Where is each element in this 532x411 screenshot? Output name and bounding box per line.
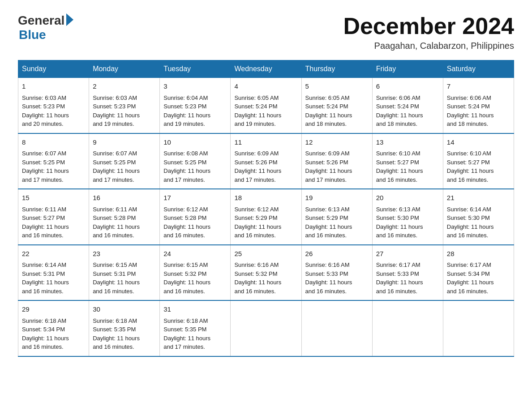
calendar-cell xyxy=(372,300,443,356)
day-info: Sunrise: 6:16 AMSunset: 5:32 PMDaylight:… xyxy=(234,261,281,295)
calendar-header-tuesday: Tuesday xyxy=(160,60,231,78)
day-number: 3 xyxy=(163,81,227,92)
day-number: 28 xyxy=(447,249,510,259)
calendar-cell: 16 Sunrise: 6:11 AMSunset: 5:28 PMDaylig… xyxy=(89,189,160,245)
calendar-cell: 4 Sunrise: 6:05 AMSunset: 5:24 PMDayligh… xyxy=(231,78,301,133)
day-info: Sunrise: 6:03 AMSunset: 5:23 PMDaylight:… xyxy=(22,94,69,128)
day-info: Sunrise: 6:04 AMSunset: 5:23 PMDaylight:… xyxy=(163,94,210,128)
calendar-cell: 27 Sunrise: 6:17 AMSunset: 5:33 PMDaylig… xyxy=(372,245,443,301)
day-number: 29 xyxy=(22,304,85,315)
day-number: 24 xyxy=(163,249,227,259)
calendar-header-wednesday: Wednesday xyxy=(231,60,301,78)
calendar-cell: 10 Sunrise: 6:08 AMSunset: 5:25 PMDaylig… xyxy=(160,133,231,189)
day-number: 1 xyxy=(22,81,85,92)
day-number: 14 xyxy=(447,137,510,148)
calendar-cell xyxy=(301,300,372,356)
page-header: General Blue December 2024 Paagahan, Cal… xyxy=(18,13,514,51)
day-number: 26 xyxy=(305,249,369,259)
day-info: Sunrise: 6:11 AMSunset: 5:27 PMDaylight:… xyxy=(22,206,69,239)
calendar-week-row: 1 Sunrise: 6:03 AMSunset: 5:23 PMDayligh… xyxy=(18,78,514,133)
day-number: 30 xyxy=(93,304,156,315)
day-number: 12 xyxy=(305,137,369,148)
calendar-cell: 1 Sunrise: 6:03 AMSunset: 5:23 PMDayligh… xyxy=(18,78,89,133)
day-number: 8 xyxy=(22,137,85,148)
calendar-cell: 2 Sunrise: 6:03 AMSunset: 5:23 PMDayligh… xyxy=(89,78,160,133)
location-subtitle: Paagahan, Calabarzon, Philippines xyxy=(343,41,514,51)
calendar-cell: 28 Sunrise: 6:17 AMSunset: 5:34 PMDaylig… xyxy=(443,245,514,301)
day-info: Sunrise: 6:09 AMSunset: 5:26 PMDaylight:… xyxy=(234,150,281,183)
calendar-cell: 30 Sunrise: 6:18 AMSunset: 5:35 PMDaylig… xyxy=(89,300,160,356)
day-number: 21 xyxy=(447,193,510,203)
calendar-week-row: 8 Sunrise: 6:07 AMSunset: 5:25 PMDayligh… xyxy=(18,133,514,189)
calendar-cell: 31 Sunrise: 6:18 AMSunset: 5:35 PMDaylig… xyxy=(160,300,231,356)
calendar-cell: 14 Sunrise: 6:10 AMSunset: 5:27 PMDaylig… xyxy=(443,133,514,189)
day-info: Sunrise: 6:16 AMSunset: 5:33 PMDaylight:… xyxy=(305,261,352,295)
day-number: 18 xyxy=(234,193,297,203)
calendar-cell: 24 Sunrise: 6:15 AMSunset: 5:32 PMDaylig… xyxy=(160,245,231,301)
calendar-cell: 13 Sunrise: 6:10 AMSunset: 5:27 PMDaylig… xyxy=(372,133,443,189)
day-info: Sunrise: 6:10 AMSunset: 5:27 PMDaylight:… xyxy=(376,150,423,183)
day-number: 2 xyxy=(93,81,156,92)
day-info: Sunrise: 6:06 AMSunset: 5:24 PMDaylight:… xyxy=(376,94,423,128)
day-number: 17 xyxy=(163,193,227,203)
calendar-header-row: SundayMondayTuesdayWednesdayThursdayFrid… xyxy=(18,60,514,78)
calendar-cell: 8 Sunrise: 6:07 AMSunset: 5:25 PMDayligh… xyxy=(18,133,89,189)
day-number: 13 xyxy=(376,137,439,148)
calendar-cell: 19 Sunrise: 6:13 AMSunset: 5:29 PMDaylig… xyxy=(301,189,372,245)
day-info: Sunrise: 6:18 AMSunset: 5:34 PMDaylight:… xyxy=(22,317,69,351)
day-number: 15 xyxy=(22,193,85,203)
day-number: 9 xyxy=(93,137,156,148)
day-info: Sunrise: 6:12 AMSunset: 5:28 PMDaylight:… xyxy=(163,206,210,239)
logo-general-text: General xyxy=(18,13,64,28)
day-number: 27 xyxy=(376,249,439,259)
day-number: 10 xyxy=(163,137,227,148)
calendar-cell: 3 Sunrise: 6:04 AMSunset: 5:23 PMDayligh… xyxy=(160,78,231,133)
day-info: Sunrise: 6:07 AMSunset: 5:25 PMDaylight:… xyxy=(22,150,69,183)
logo-arrow-icon xyxy=(66,13,73,26)
day-info: Sunrise: 6:06 AMSunset: 5:24 PMDaylight:… xyxy=(447,94,494,128)
calendar-cell xyxy=(231,300,301,356)
day-info: Sunrise: 6:13 AMSunset: 5:30 PMDaylight:… xyxy=(376,206,423,239)
day-number: 5 xyxy=(305,81,369,92)
day-number: 31 xyxy=(163,304,227,315)
calendar-header-sunday: Sunday xyxy=(18,60,89,78)
day-number: 7 xyxy=(447,81,510,92)
day-info: Sunrise: 6:17 AMSunset: 5:33 PMDaylight:… xyxy=(376,261,423,295)
calendar-header-thursday: Thursday xyxy=(301,60,372,78)
calendar-cell: 17 Sunrise: 6:12 AMSunset: 5:28 PMDaylig… xyxy=(160,189,231,245)
calendar-header-monday: Monday xyxy=(89,60,160,78)
day-info: Sunrise: 6:14 AMSunset: 5:30 PMDaylight:… xyxy=(447,206,494,239)
day-info: Sunrise: 6:11 AMSunset: 5:28 PMDaylight:… xyxy=(93,206,140,239)
calendar-week-row: 29 Sunrise: 6:18 AMSunset: 5:34 PMDaylig… xyxy=(18,300,514,356)
day-info: Sunrise: 6:12 AMSunset: 5:29 PMDaylight:… xyxy=(234,206,281,239)
day-info: Sunrise: 6:13 AMSunset: 5:29 PMDaylight:… xyxy=(305,206,352,239)
day-info: Sunrise: 6:17 AMSunset: 5:34 PMDaylight:… xyxy=(447,261,494,295)
calendar-cell: 20 Sunrise: 6:13 AMSunset: 5:30 PMDaylig… xyxy=(372,189,443,245)
title-area: December 2024 Paagahan, Calabarzon, Phil… xyxy=(343,13,514,51)
day-number: 16 xyxy=(93,193,156,203)
calendar-cell: 22 Sunrise: 6:14 AMSunset: 5:31 PMDaylig… xyxy=(18,245,89,301)
calendar-table: SundayMondayTuesdayWednesdayThursdayFrid… xyxy=(18,60,514,357)
day-info: Sunrise: 6:07 AMSunset: 5:25 PMDaylight:… xyxy=(93,150,140,183)
day-number: 22 xyxy=(22,249,85,259)
calendar-cell xyxy=(443,300,514,356)
day-info: Sunrise: 6:18 AMSunset: 5:35 PMDaylight:… xyxy=(163,317,210,351)
month-title: December 2024 xyxy=(343,13,514,39)
calendar-cell: 11 Sunrise: 6:09 AMSunset: 5:26 PMDaylig… xyxy=(231,133,301,189)
calendar-week-row: 22 Sunrise: 6:14 AMSunset: 5:31 PMDaylig… xyxy=(18,245,514,301)
calendar-cell: 9 Sunrise: 6:07 AMSunset: 5:25 PMDayligh… xyxy=(89,133,160,189)
day-info: Sunrise: 6:14 AMSunset: 5:31 PMDaylight:… xyxy=(22,261,69,295)
calendar-cell: 29 Sunrise: 6:18 AMSunset: 5:34 PMDaylig… xyxy=(18,300,89,356)
calendar-cell: 5 Sunrise: 6:05 AMSunset: 5:24 PMDayligh… xyxy=(301,78,372,133)
calendar-cell: 26 Sunrise: 6:16 AMSunset: 5:33 PMDaylig… xyxy=(301,245,372,301)
day-number: 23 xyxy=(93,249,156,259)
day-info: Sunrise: 6:03 AMSunset: 5:23 PMDaylight:… xyxy=(93,94,140,128)
calendar-header-friday: Friday xyxy=(372,60,443,78)
day-info: Sunrise: 6:08 AMSunset: 5:25 PMDaylight:… xyxy=(163,150,210,183)
calendar-cell: 18 Sunrise: 6:12 AMSunset: 5:29 PMDaylig… xyxy=(231,189,301,245)
calendar-cell: 21 Sunrise: 6:14 AMSunset: 5:30 PMDaylig… xyxy=(443,189,514,245)
day-number: 25 xyxy=(234,249,297,259)
calendar-cell: 7 Sunrise: 6:06 AMSunset: 5:24 PMDayligh… xyxy=(443,78,514,133)
calendar-cell: 15 Sunrise: 6:11 AMSunset: 5:27 PMDaylig… xyxy=(18,189,89,245)
logo-blue-text: Blue xyxy=(19,28,46,42)
